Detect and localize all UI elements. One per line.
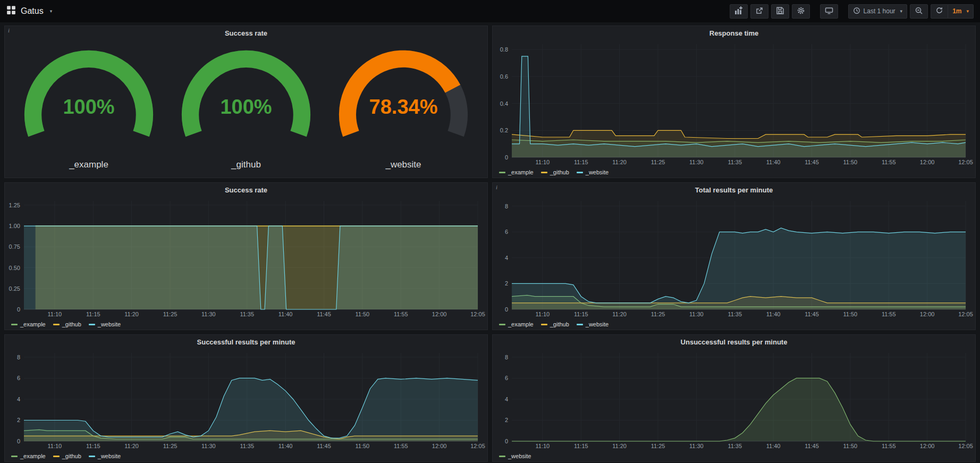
svg-text:1.00: 1.00: [9, 223, 20, 229]
panel-header[interactable]: Response time: [493, 26, 975, 40]
svg-text:11:30: 11:30: [201, 443, 216, 449]
apps-grid-icon[interactable]: [6, 5, 16, 17]
legend-item-github[interactable]: _github: [53, 321, 81, 327]
legend-label: _example: [508, 169, 534, 175]
cycle-view-mode-button[interactable]: [820, 4, 838, 19]
svg-text:11:25: 11:25: [651, 311, 665, 317]
dashboard-settings-button[interactable]: [792, 4, 810, 19]
gauge-row: 100% _example 100% _github 78.34% _websi…: [5, 40, 487, 178]
gear-icon: [797, 6, 805, 16]
svg-text:11:10: 11:10: [48, 443, 62, 449]
svg-text:6: 6: [17, 375, 20, 381]
save-icon: [776, 6, 784, 16]
svg-text:11:30: 11:30: [689, 311, 704, 317]
legend-item-website[interactable]: _website: [499, 453, 531, 459]
svg-text:11:40: 11:40: [278, 311, 293, 317]
add-panel-icon: [734, 6, 743, 16]
legend-item-website[interactable]: _website: [89, 453, 121, 459]
legend: _example_github_website: [493, 167, 975, 178]
navbar: Gatus ▾: [0, 0, 980, 22]
legend-swatch: [11, 456, 18, 457]
svg-text:11:20: 11:20: [612, 443, 627, 449]
svg-text:8: 8: [505, 203, 508, 209]
svg-text:0.2: 0.2: [500, 127, 508, 133]
svg-text:11:45: 11:45: [317, 443, 331, 449]
legend-item-example[interactable]: _example: [11, 453, 46, 459]
gauge-label: _example: [69, 157, 108, 172]
legend-item-example[interactable]: _example: [499, 169, 534, 175]
legend-swatch: [89, 456, 95, 457]
panel-info-icon[interactable]: [8, 27, 14, 33]
refresh-interval-picker[interactable]: 1m ▾: [948, 4, 974, 19]
panel-header[interactable]: Success rate: [5, 26, 487, 40]
svg-text:11:35: 11:35: [728, 159, 742, 165]
total-results-chart[interactable]: 11:1011:1511:2011:2511:3011:3511:4011:45…: [493, 197, 975, 319]
gauge-value: 100%: [63, 95, 114, 118]
svg-text:11:30: 11:30: [689, 159, 704, 165]
panel-header[interactable]: Success rate: [5, 183, 487, 197]
save-dashboard-button[interactable]: [771, 4, 789, 19]
legend-swatch: [541, 172, 547, 173]
svg-text:11:30: 11:30: [201, 311, 216, 317]
time-picker-button[interactable]: Last 1 hour ▾: [848, 4, 908, 19]
unsuccessful-results-chart[interactable]: 11:1011:1511:2011:2511:3011:3511:4011:45…: [493, 349, 975, 451]
panel-success-rate-gauges: Success rate 100% _example 100% _github …: [4, 26, 488, 178]
legend: _example_github_website: [5, 319, 487, 330]
svg-text:12:05: 12:05: [958, 443, 973, 449]
panel-title[interactable]: Unsuccessful results per minute: [681, 338, 788, 346]
legend-item-website[interactable]: _website: [577, 169, 609, 175]
legend-swatch: [499, 324, 505, 325]
response-time-chart[interactable]: 11:1011:1511:2011:2511:3011:3511:4011:45…: [493, 40, 975, 167]
successful-results-chart[interactable]: 11:1011:1511:2011:2511:3011:3511:4011:45…: [5, 349, 487, 451]
gauge-arc: 100%: [167, 42, 325, 157]
svg-text:11:50: 11:50: [356, 311, 370, 317]
svg-text:11:40: 11:40: [766, 311, 781, 317]
share-dashboard-button[interactable]: [750, 4, 768, 19]
svg-text:11:45: 11:45: [805, 311, 819, 317]
legend-item-github[interactable]: _github: [541, 321, 569, 327]
svg-text:12:00: 12:00: [920, 443, 935, 449]
success-rate-chart[interactable]: 11:1011:1511:2011:2511:3011:3511:4011:45…: [5, 197, 487, 319]
svg-text:0: 0: [505, 438, 508, 444]
panel-header[interactable]: Successful results per minute: [5, 335, 487, 349]
svg-text:12:05: 12:05: [470, 311, 485, 317]
svg-text:11:40: 11:40: [766, 159, 781, 165]
panel-title[interactable]: Response time: [709, 29, 758, 37]
panel-header[interactable]: Unsuccessful results per minute: [493, 335, 975, 349]
panel-title[interactable]: Success rate: [225, 186, 267, 194]
legend-item-website[interactable]: _website: [89, 321, 121, 327]
svg-text:6: 6: [505, 229, 508, 235]
svg-text:11:55: 11:55: [394, 443, 408, 449]
panel-info-icon[interactable]: [496, 184, 502, 190]
panel-header[interactable]: Total results per minute: [493, 183, 975, 197]
share-icon: [755, 6, 764, 16]
legend-item-github[interactable]: _github: [541, 169, 569, 175]
svg-text:0.25: 0.25: [9, 285, 20, 292]
panel-title[interactable]: Successful results per minute: [197, 338, 295, 346]
panel-title[interactable]: Success rate: [225, 29, 267, 37]
chevron-down-icon: ▾: [50, 9, 53, 14]
add-panel-button[interactable]: [730, 4, 748, 19]
monitor-icon: [825, 6, 833, 16]
svg-text:0.6: 0.6: [500, 73, 508, 80]
dashboard-title[interactable]: Gatus: [21, 6, 44, 16]
gauge-value: 78.34%: [369, 95, 438, 118]
svg-text:12:05: 12:05: [958, 311, 973, 317]
legend-item-example[interactable]: _example: [11, 321, 46, 327]
gauge-arc: 78.34%: [325, 42, 482, 157]
legend-item-github[interactable]: _github: [53, 453, 81, 459]
refresh-button[interactable]: [931, 4, 948, 19]
legend-item-example[interactable]: _example: [499, 321, 534, 327]
svg-text:0: 0: [505, 306, 508, 313]
svg-text:4: 4: [505, 396, 508, 402]
svg-text:11:50: 11:50: [843, 159, 858, 165]
legend-label: _github: [550, 169, 569, 175]
dashboard-title-button[interactable]: Gatus ▾: [6, 5, 52, 17]
panel-title[interactable]: Total results per minute: [695, 186, 773, 194]
legend-swatch: [11, 324, 18, 325]
gauge-website: 78.34% _website: [325, 42, 482, 172]
chevron-down-icon: ▾: [966, 9, 969, 14]
legend-item-website[interactable]: _website: [577, 321, 609, 327]
svg-text:11:15: 11:15: [574, 159, 588, 165]
zoom-out-button[interactable]: [910, 4, 928, 19]
